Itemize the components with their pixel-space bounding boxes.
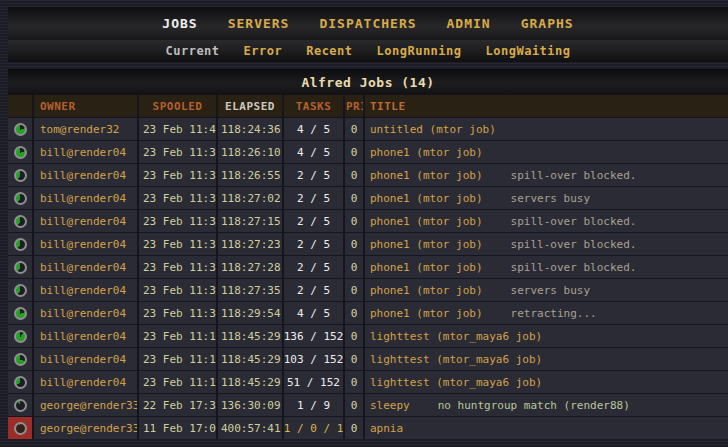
job-title: phone1 (mtor job) <box>370 146 483 159</box>
job-spooled: 23 Feb 11:19 <box>139 348 216 370</box>
job-tasks: 103 / 152 <box>284 348 343 370</box>
job-spooled: 23 Feb 11:37 <box>139 256 216 278</box>
job-title: phone1 (mtor job) <box>370 169 483 182</box>
job-owner: george@render33 <box>34 417 137 439</box>
table-row[interactable]: bill@render0423 Feb 11:37118:27:232 / 50… <box>8 233 728 255</box>
job-title: untitled (mtor job) <box>370 123 496 136</box>
job-spooled: 23 Feb 11:40 <box>139 118 216 140</box>
table-row[interactable]: bill@render0423 Feb 11:39118:26:104 / 50… <box>8 141 728 163</box>
job-progress-pie-icon <box>14 422 27 435</box>
job-tasks: 2 / 5 <box>284 164 343 186</box>
subnav-item-longrunning[interactable]: LongRunning <box>377 44 462 58</box>
job-title: phone1 (mtor job) <box>370 215 483 228</box>
job-status-cell <box>8 210 32 232</box>
job-elapsed: 136:30:09 <box>218 394 282 416</box>
job-owner: bill@render04 <box>34 187 137 209</box>
job-status-cell <box>8 348 32 370</box>
table-row[interactable]: george@render3322 Feb 17:35136:30:091 / … <box>8 394 728 416</box>
table-row[interactable]: bill@render0423 Feb 11:38118:27:022 / 50… <box>8 187 728 209</box>
job-priority: 0 <box>345 164 363 186</box>
table-row[interactable]: bill@render0423 Feb 11:37118:27:352 / 50… <box>8 279 728 301</box>
column-header-pri[interactable]: PRI <box>345 95 363 117</box>
table-row[interactable]: bill@render0423 Feb 11:19118:45:29136 / … <box>8 325 728 347</box>
subnav-item-recent[interactable]: Recent <box>306 44 352 58</box>
job-elapsed: 118:24:36 <box>218 118 282 140</box>
job-progress-pie-icon <box>14 376 27 389</box>
table-row[interactable]: bill@render0423 Feb 11:19118:45:29103 / … <box>8 348 728 370</box>
job-status-message: no huntgroup match (render88) <box>438 399 630 412</box>
job-tasks: 4 / 5 <box>284 118 343 140</box>
nav-item-graphs[interactable]: GRAPHS <box>521 16 574 31</box>
job-spooled: 23 Feb 11:35 <box>139 302 216 324</box>
job-tasks: 1 / 9 <box>284 394 343 416</box>
job-progress-pie-icon <box>14 169 27 182</box>
column-header-spooled[interactable]: SPOOLED <box>139 95 216 117</box>
column-header-tasks[interactable]: TASKS <box>284 95 343 117</box>
job-status-cell <box>8 325 32 347</box>
job-priority: 0 <box>345 302 363 324</box>
job-tasks: 2 / 5 <box>284 256 343 278</box>
table-row[interactable]: george@render3311 Feb 17:07400:57:411 / … <box>8 417 728 439</box>
job-priority: 0 <box>345 371 363 393</box>
job-owner: bill@render04 <box>34 210 137 232</box>
job-status-message: spill-over blocked. <box>511 215 637 228</box>
column-header-title[interactable]: TITLE <box>365 95 728 117</box>
column-header-elapsed[interactable]: ELAPSED <box>218 95 282 117</box>
job-spooled: 11 Feb 17:07 <box>139 417 216 439</box>
table-header-row: OWNERSPOOLEDELAPSEDTASKSPRITITLE <box>8 95 728 117</box>
nav-item-dispatchers[interactable]: DISPATCHERS <box>319 16 416 31</box>
job-elapsed: 118:29:54 <box>218 302 282 324</box>
job-status-cell <box>8 394 32 416</box>
job-title-cell: phone1 (mtor job)spill-over blocked. <box>365 256 728 278</box>
job-tasks: 2 / 5 <box>284 187 343 209</box>
job-status-cell-error <box>8 417 32 439</box>
column-header-status-icon <box>8 95 32 117</box>
job-elapsed: 118:27:35 <box>218 279 282 301</box>
spacer <box>8 62 728 69</box>
job-elapsed: 400:57:41 <box>218 417 282 439</box>
job-title: phone1 (mtor job) <box>370 307 483 320</box>
job-title-cell: phone1 (mtor job)servers busy <box>365 187 728 209</box>
nav-item-servers[interactable]: SERVERS <box>228 16 290 31</box>
job-elapsed: 118:27:15 <box>218 210 282 232</box>
job-title: sleepy <box>370 399 410 412</box>
job-spooled: 23 Feb 11:38 <box>139 187 216 209</box>
job-priority: 0 <box>345 325 363 347</box>
table-row[interactable]: bill@render0423 Feb 11:38118:26:552 / 50… <box>8 164 728 186</box>
column-header-owner[interactable]: OWNER <box>34 95 137 117</box>
table-row[interactable]: bill@render0423 Feb 11:35118:29:544 / 50… <box>8 302 728 324</box>
job-tasks: 2 / 5 <box>284 210 343 232</box>
job-elapsed: 118:26:10 <box>218 141 282 163</box>
job-priority: 0 <box>345 141 363 163</box>
subnav-item-longwaiting[interactable]: LongWaiting <box>486 44 571 58</box>
job-elapsed: 118:27:28 <box>218 256 282 278</box>
job-owner: bill@render04 <box>34 302 137 324</box>
job-priority: 0 <box>345 348 363 370</box>
job-tasks: 1 / 0 / 1 <box>284 417 343 439</box>
job-status-cell <box>8 118 32 140</box>
table-row[interactable]: bill@render0423 Feb 11:37118:27:282 / 50… <box>8 256 728 278</box>
table-row[interactable]: tom@render3223 Feb 11:40118:24:364 / 50u… <box>8 118 728 140</box>
page-title: Alfred Jobs (14) <box>301 75 434 90</box>
job-status-message: spill-over blocked. <box>511 261 637 274</box>
job-title-cell: sleepyno huntgroup match (render88) <box>365 394 728 416</box>
job-progress-pie-icon <box>14 146 27 159</box>
nav-item-admin[interactable]: ADMIN <box>447 16 491 31</box>
nav-item-jobs[interactable]: JOBS <box>162 16 197 31</box>
job-status-message: servers busy <box>511 192 590 205</box>
job-priority: 0 <box>345 394 363 416</box>
job-elapsed: 118:45:29 <box>218 348 282 370</box>
job-spooled: 23 Feb 11:38 <box>139 210 216 232</box>
job-status-cell <box>8 164 32 186</box>
table-row[interactable]: bill@render0423 Feb 11:19118:45:2951 / 1… <box>8 371 728 393</box>
job-progress-pie-icon <box>14 261 27 274</box>
subnav-item-error[interactable]: Error <box>244 44 283 58</box>
job-spooled: 23 Feb 11:19 <box>139 325 216 347</box>
job-title-cell: phone1 (mtor job)spill-over blocked. <box>365 164 728 186</box>
table-row[interactable]: bill@render0423 Feb 11:38118:27:152 / 50… <box>8 210 728 232</box>
job-priority: 0 <box>345 279 363 301</box>
job-owner: bill@render04 <box>34 256 137 278</box>
subnav-item-current[interactable]: Current <box>165 44 219 58</box>
job-elapsed: 118:26:55 <box>218 164 282 186</box>
job-tasks: 2 / 5 <box>284 233 343 255</box>
